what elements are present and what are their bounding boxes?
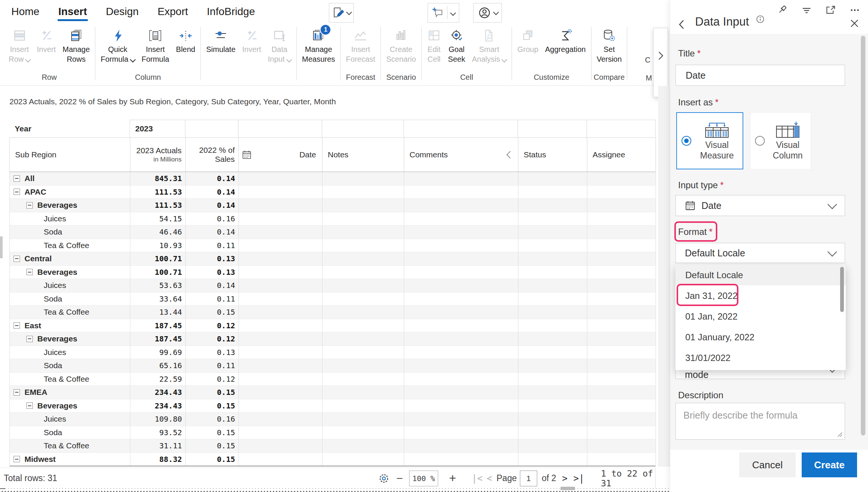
status-cell[interactable] (518, 212, 587, 225)
table-row[interactable]: Tea & Coffee 13.44 0.15 (9, 306, 656, 319)
tab-home[interactable]: Home (11, 3, 40, 21)
column-header-sub-region[interactable]: Sub Region (10, 138, 130, 172)
notes-cell[interactable] (322, 212, 404, 225)
assignee-cell[interactable] (587, 373, 656, 386)
tab-insert[interactable]: Insert (58, 3, 88, 21)
actuals-value-cell[interactable]: 111.53 (130, 186, 186, 199)
edit-cell-button[interactable]: EditCell (423, 23, 445, 64)
comments-cell[interactable] (404, 319, 518, 332)
status-cell[interactable] (518, 252, 587, 265)
pct-sales-value-cell[interactable]: 0.13 (186, 252, 239, 265)
assignee-cell[interactable] (587, 359, 656, 372)
status-cell[interactable] (518, 279, 587, 292)
collapse-icon[interactable] (14, 456, 20, 462)
comments-cell[interactable] (404, 439, 518, 452)
date-cell[interactable] (239, 186, 322, 199)
insert-as-visual-column-option[interactable]: VisualColumn (750, 112, 811, 169)
collapse-icon[interactable] (14, 389, 20, 396)
collapse-icon[interactable] (14, 256, 20, 262)
date-cell[interactable] (239, 453, 322, 466)
pct-sales-value-cell[interactable]: 0.11 (186, 292, 239, 306)
date-cell[interactable] (239, 373, 322, 386)
comments-cell[interactable] (404, 346, 518, 359)
status-cell[interactable] (518, 439, 587, 452)
date-cell[interactable] (239, 306, 322, 319)
assignee-cell[interactable] (587, 292, 656, 306)
column-header-notes[interactable]: Notes (322, 138, 404, 172)
invert-row-button[interactable]: Invert (34, 23, 59, 54)
actuals-value-cell[interactable]: 22.59 (130, 373, 186, 386)
page-number-input[interactable]: 1 (520, 471, 537, 486)
date-cell[interactable] (239, 346, 322, 359)
assignee-cell[interactable] (587, 279, 656, 292)
actuals-value-cell[interactable]: 234.43 (130, 399, 186, 413)
status-cell[interactable] (518, 225, 587, 239)
table-row[interactable]: East 187.45 0.12 (9, 319, 656, 333)
column-header-status[interactable]: Status (518, 138, 587, 172)
insert-forecast-button[interactable]: InsertForecast (342, 23, 379, 64)
collapse-icon[interactable] (26, 336, 33, 342)
pct-sales-value-cell[interactable]: 0.15 (186, 306, 239, 319)
pct-sales-value-cell[interactable]: 0.12 (186, 319, 239, 332)
assignee-cell[interactable] (587, 426, 656, 439)
data-input-button[interactable]: DataInput (264, 23, 294, 64)
actuals-value-cell[interactable]: 234.43 (130, 386, 186, 399)
actuals-value-cell[interactable]: 109.80 (130, 413, 186, 426)
pct-sales-value-cell[interactable]: 0.15 (186, 426, 239, 439)
table-row[interactable]: Soda 33.64 0.11 (9, 292, 656, 306)
table-row[interactable]: Beverages 100.71 0.13 (9, 266, 656, 279)
create-scenario-button[interactable]: CreateScenario (383, 23, 419, 64)
status-cell[interactable] (518, 306, 587, 319)
tab-design[interactable]: Design (105, 3, 139, 21)
date-cell[interactable] (239, 199, 322, 212)
zoom-level-input[interactable]: 100 % (409, 471, 438, 486)
pct-sales-value-cell[interactable]: 0.15 (186, 453, 239, 466)
assignee-cell[interactable] (587, 239, 656, 252)
account-button[interactable] (473, 3, 502, 23)
notes-cell[interactable] (322, 319, 404, 332)
assignee-cell[interactable] (587, 212, 656, 225)
pct-sales-value-cell[interactable]: 0.11 (186, 239, 239, 252)
format-option-01-jan-2022[interactable]: 01 Jan, 2022 (675, 306, 846, 327)
next-page-button[interactable]: > (562, 468, 567, 489)
comments-cell[interactable] (404, 332, 518, 346)
date-cell[interactable] (239, 359, 322, 372)
actuals-value-cell[interactable]: 33.64 (130, 292, 186, 306)
comments-cell[interactable] (404, 292, 518, 306)
pin-icon[interactable] (777, 5, 788, 16)
status-cell[interactable] (518, 359, 587, 372)
assignee-cell[interactable] (587, 386, 656, 399)
input-type-select[interactable]: Date (675, 195, 845, 216)
assignee-cell[interactable] (587, 332, 656, 346)
collapse-icon[interactable] (14, 175, 20, 182)
table-row[interactable]: Soda 46.46 0.14 (9, 225, 656, 239)
date-cell[interactable] (239, 239, 322, 252)
comments-cell[interactable] (404, 279, 518, 292)
dropdown-scrollbar-thumb[interactable] (840, 267, 844, 312)
collapse-icon[interactable] (26, 402, 33, 409)
status-cell[interactable] (518, 413, 587, 426)
filter-icon[interactable] (801, 5, 812, 16)
table-row[interactable]: Juices 99.69 0.13 (9, 346, 656, 359)
create-button[interactable]: Create (802, 452, 857, 477)
zoom-out-button[interactable]: − (396, 468, 403, 489)
pct-sales-value-cell[interactable]: 0.13 (186, 346, 239, 359)
edit-table-button[interactable] (329, 3, 354, 23)
assignee-cell[interactable] (587, 306, 656, 319)
last-page-button[interactable]: >| (573, 468, 584, 489)
aggregation-button[interactable]: Aggregation (542, 23, 589, 54)
date-cell[interactable] (239, 386, 322, 399)
status-cell[interactable] (518, 453, 587, 466)
status-cell[interactable] (518, 426, 587, 439)
description-textarea[interactable]: Briefly describe the formula (675, 403, 845, 440)
notes-cell[interactable] (322, 399, 404, 413)
table-row[interactable]: Beverages 234.43 0.15 (9, 399, 656, 413)
add-comment-split-button[interactable] (428, 3, 459, 23)
more-options-icon[interactable] (849, 5, 860, 16)
title-input[interactable]: Date (675, 65, 845, 86)
table-row[interactable]: Midwest 88.32 0.15 (9, 453, 656, 467)
actuals-value-cell[interactable]: 10.93 (130, 239, 186, 252)
status-cell[interactable] (518, 186, 587, 199)
comments-cell[interactable] (404, 186, 518, 199)
blend-button[interactable]: Blend (173, 23, 199, 54)
